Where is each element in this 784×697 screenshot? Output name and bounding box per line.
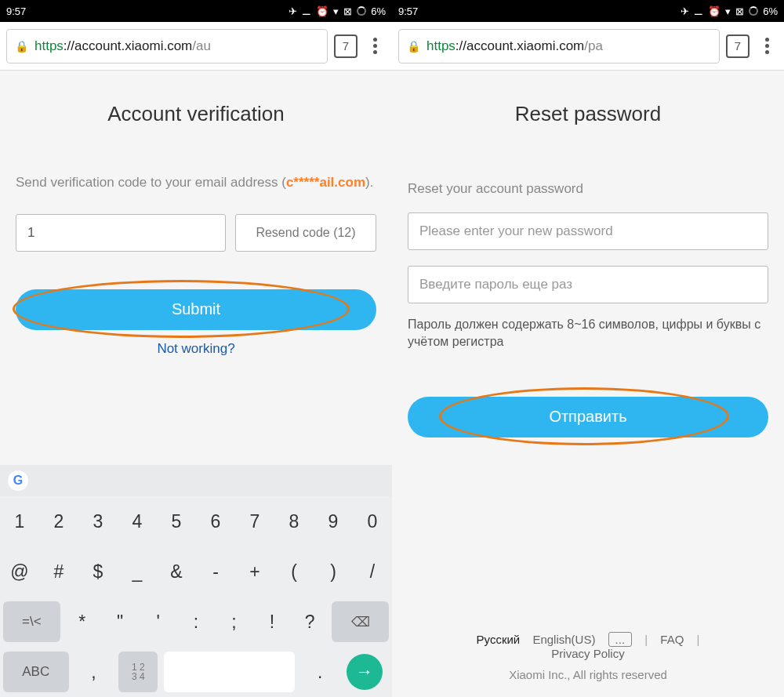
lang-russian-link[interactable]: Русский bbox=[477, 633, 521, 646]
status-icons: ✈ ⚊ ⏰ ▾ ⊠ 6% bbox=[681, 5, 778, 17]
key-numpad[interactable]: 1 23 4 bbox=[118, 652, 158, 692]
bluetooth-icon: ⚊ bbox=[694, 5, 703, 17]
alarm-icon: ⏰ bbox=[708, 5, 720, 17]
clock: 9:57 bbox=[6, 5, 26, 17]
key-semicolon[interactable]: ; bbox=[215, 597, 252, 647]
key-1[interactable]: 1 bbox=[0, 496, 39, 546]
browser-toolbar: 🔒 https://account.xiaomi.com/pa 7 bbox=[392, 22, 784, 71]
not-working-link[interactable]: Not working? bbox=[16, 341, 376, 357]
bluetooth-icon: ⚊ bbox=[302, 5, 311, 17]
wifi-icon: ▾ bbox=[725, 5, 731, 17]
close-box-icon: ⊠ bbox=[735, 5, 744, 17]
key-star[interactable]: * bbox=[64, 597, 101, 647]
battery-text: 6% bbox=[371, 5, 386, 17]
tab-switcher[interactable]: 7 bbox=[334, 34, 358, 58]
battery-text: 6% bbox=[763, 5, 778, 17]
url-bar[interactable]: 🔒 https://account.xiaomi.com/pa bbox=[398, 29, 720, 64]
close-box-icon: ⊠ bbox=[343, 5, 352, 17]
wifi-icon: ▾ bbox=[333, 5, 339, 17]
masked-email: c*****ail.com bbox=[286, 175, 365, 190]
airplane-off-icon: ✈ bbox=[681, 5, 689, 17]
lock-icon: 🔒 bbox=[15, 40, 28, 53]
key-backspace[interactable]: ⌫ bbox=[332, 601, 389, 642]
instruction-text: Send verification code to your email add… bbox=[16, 173, 376, 192]
browser-toolbar: 🔒 https://account.xiaomi.com/au 7 bbox=[0, 22, 392, 71]
key-at[interactable]: @ bbox=[0, 546, 39, 597]
key-8[interactable]: 8 bbox=[274, 496, 314, 546]
key-4[interactable]: 4 bbox=[118, 496, 157, 546]
key-amp[interactable]: & bbox=[157, 546, 196, 597]
more-languages-button[interactable]: ... bbox=[608, 632, 633, 647]
password-hint: Пароль должен содержать 8~16 символов, ц… bbox=[408, 316, 768, 351]
overflow-menu-icon[interactable] bbox=[364, 38, 386, 54]
url-bar[interactable]: 🔒 https://account.xiaomi.com/au bbox=[6, 29, 328, 64]
privacy-link[interactable]: Privacy Policy bbox=[551, 647, 624, 660]
status-bar: 9:57 ✈ ⚊ ⏰ ▾ ⊠ 6% bbox=[392, 0, 784, 22]
airplane-off-icon: ✈ bbox=[289, 5, 297, 17]
key-slash[interactable]: / bbox=[353, 546, 392, 597]
keyboard-row-3: =\< * " ' : ; ! ? ⌫ bbox=[0, 597, 392, 647]
key-3[interactable]: 3 bbox=[78, 496, 118, 546]
key-0[interactable]: 0 bbox=[353, 496, 392, 546]
page-title: Account verification bbox=[16, 102, 376, 126]
keyboard-row-1: 1 2 3 4 5 6 7 8 9 0 bbox=[0, 496, 392, 546]
keyboard-row-4: ABC , 1 23 4 . → bbox=[0, 647, 392, 697]
key-6[interactable]: 6 bbox=[196, 496, 235, 546]
alarm-icon: ⏰ bbox=[316, 5, 328, 17]
key-enter[interactable]: → bbox=[347, 654, 383, 690]
key-dquote[interactable]: " bbox=[101, 597, 139, 647]
loading-icon bbox=[357, 6, 366, 16]
key-comma[interactable]: , bbox=[72, 647, 116, 697]
submit-button[interactable]: Отправить bbox=[408, 397, 768, 437]
status-icons: ✈ ⚊ ⏰ ▾ ⊠ 6% bbox=[289, 5, 386, 17]
tab-switcher[interactable]: 7 bbox=[726, 34, 750, 58]
page-content-right: Reset password Reset your account passwo… bbox=[392, 71, 784, 697]
phone-screen-right: 9:57 ✈ ⚊ ⏰ ▾ ⊠ 6% 🔒 https://account.xiao… bbox=[392, 0, 784, 697]
key-question[interactable]: ? bbox=[291, 597, 328, 647]
keyboard-row-2: @ # $ _ & - + ( ) / bbox=[0, 546, 392, 597]
resend-code-button[interactable]: Resend code (12) bbox=[235, 214, 376, 252]
key-bang[interactable]: ! bbox=[253, 597, 291, 647]
page-title: Reset password bbox=[408, 102, 768, 126]
repeat-password-input[interactable] bbox=[408, 266, 768, 303]
keyboard-suggestion-bar: G bbox=[0, 465, 392, 496]
on-screen-keyboard: G 1 2 3 4 5 6 7 8 9 0 @ # $ _ & - + bbox=[0, 465, 392, 697]
instruction-text: Reset your account password bbox=[408, 181, 768, 197]
verification-code-input[interactable] bbox=[16, 214, 226, 252]
key-9[interactable]: 9 bbox=[314, 496, 353, 546]
status-bar: 9:57 ✈ ⚊ ⏰ ▾ ⊠ 6% bbox=[0, 0, 392, 22]
overflow-menu-icon[interactable] bbox=[756, 38, 778, 54]
key-colon[interactable]: : bbox=[177, 597, 215, 647]
copyright-text: Xiaomi Inc., All rights reserved bbox=[392, 668, 784, 681]
lang-english-link[interactable]: English(US) bbox=[532, 633, 595, 646]
google-icon[interactable]: G bbox=[8, 470, 28, 491]
key-minus[interactable]: - bbox=[196, 546, 235, 597]
key-plus[interactable]: + bbox=[235, 546, 274, 597]
key-abc[interactable]: ABC bbox=[3, 652, 69, 692]
key-symbols[interactable]: =\< bbox=[3, 601, 60, 642]
key-space[interactable] bbox=[164, 652, 295, 692]
key-underscore[interactable]: _ bbox=[118, 546, 157, 597]
key-lparen[interactable]: ( bbox=[274, 546, 314, 597]
lock-icon: 🔒 bbox=[407, 40, 420, 53]
key-rparen[interactable]: ) bbox=[314, 546, 353, 597]
key-hash[interactable]: # bbox=[39, 546, 78, 597]
key-dollar[interactable]: $ bbox=[78, 546, 118, 597]
key-7[interactable]: 7 bbox=[235, 496, 274, 546]
page-footer: Русский English(US) ... | FAQ | Privacy … bbox=[392, 632, 784, 681]
clock: 9:57 bbox=[398, 5, 418, 17]
key-5[interactable]: 5 bbox=[157, 496, 196, 546]
loading-icon bbox=[749, 6, 758, 16]
submit-button[interactable]: Submit bbox=[16, 289, 376, 330]
key-dot[interactable]: . bbox=[298, 647, 342, 697]
phone-screen-left: 9:57 ✈ ⚊ ⏰ ▾ ⊠ 6% 🔒 https://account.xiao… bbox=[0, 0, 392, 697]
key-2[interactable]: 2 bbox=[39, 496, 78, 546]
key-squote[interactable]: ' bbox=[139, 597, 176, 647]
faq-link[interactable]: FAQ bbox=[660, 633, 684, 646]
new-password-input[interactable] bbox=[408, 212, 768, 250]
